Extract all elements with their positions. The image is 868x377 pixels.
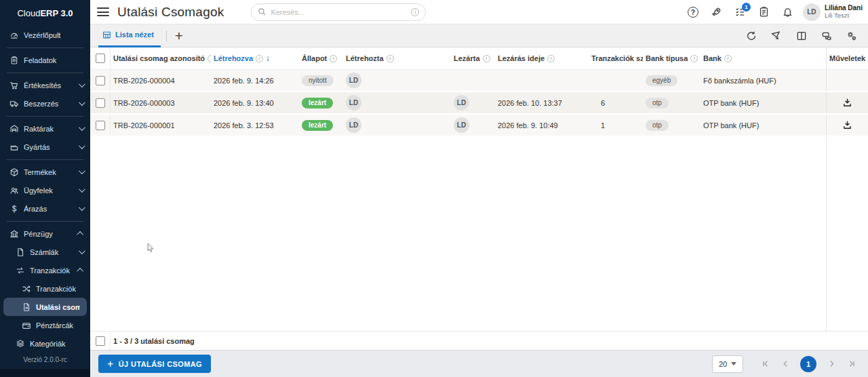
- footer-select-checkbox[interactable]: [96, 336, 105, 346]
- factory-icon: [9, 142, 19, 152]
- sidebar-item-label: Feladatok: [24, 56, 83, 64]
- download-icon[interactable]: [842, 97, 854, 109]
- tab-divider: [166, 31, 167, 41]
- sidebar-item-p-nz-gy[interactable]: Pénzügy: [0, 224, 90, 243]
- app-logo[interactable]: CloudERP 3.0: [0, 0, 90, 26]
- column-header-5[interactable]: Lezártai: [451, 54, 495, 62]
- refresh-icon[interactable]: [745, 29, 758, 43]
- app-window: CloudERP 3.0 VezérlőpultFeladatokÉrtékes…: [0, 0, 868, 377]
- first-page-button[interactable]: [760, 359, 770, 370]
- column-header-2[interactable]: Létrehozvai↓: [211, 54, 299, 63]
- sidebar-item-tranzakci-k[interactable]: Tranzakciók: [0, 279, 90, 298]
- topbar-icons: ? 1: [686, 5, 795, 19]
- new-transfer-package-button[interactable]: + ÚJ UTALÁSI CSOMAG: [98, 355, 211, 373]
- search-input[interactable]: [271, 8, 407, 16]
- actions-column-divider: [826, 137, 827, 331]
- column-header-7[interactable]: Tranzakciók száma: [589, 54, 643, 62]
- sidebar-divider: [7, 116, 83, 117]
- sidebar-divider: [7, 221, 83, 222]
- hierarchy-icon[interactable]: [820, 29, 833, 43]
- column-header-10[interactable]: Műveletek: [826, 47, 868, 69]
- creator-avatar: LD: [346, 95, 361, 111]
- sidebar-item-rakt-rak[interactable]: Raktárak: [0, 119, 90, 138]
- add-view-button[interactable]: +: [172, 28, 186, 43]
- prev-page-button[interactable]: [780, 359, 791, 370]
- sidebar-item-feladatok[interactable]: Feladatok: [0, 51, 90, 69]
- select-all-checkbox[interactable]: [96, 54, 105, 63]
- column-header-3[interactable]: Állapoti: [299, 54, 343, 62]
- row-checkbox[interactable]: [96, 76, 105, 85]
- sidebar-item--gyfelek[interactable]: Ügyfelek: [0, 181, 90, 199]
- sidebar-item-kateg-ri-k[interactable]: Kategóriák: [0, 334, 90, 352]
- search-bar[interactable]: i: [251, 3, 426, 21]
- row-checkbox[interactable]: [96, 98, 105, 108]
- pagination: 20 1: [712, 355, 857, 373]
- next-page-button[interactable]: [826, 359, 837, 370]
- mouse-cursor: [147, 243, 155, 253]
- table-row[interactable]: TRB-2026-0000032026 feb. 9. 13:40lezártL…: [90, 92, 868, 115]
- table-row[interactable]: TRB-2026-0000012026 feb. 3. 12:53lezártL…: [90, 115, 868, 137]
- tab-lista-nezet[interactable]: Lista nézet: [98, 24, 161, 47]
- menu-hamburger-icon[interactable]: [97, 7, 109, 16]
- settings-gears-icon[interactable]: [845, 29, 859, 43]
- sidebar-item-sz-ml-k[interactable]: Számlák: [0, 243, 90, 261]
- sidebar-item-utal-si-csomag[interactable]: Utalási csomag...: [3, 298, 87, 316]
- bank-type-badge: egyéb: [646, 75, 677, 86]
- column-header-1[interactable]: Utalási csomag azonosítói: [111, 54, 211, 62]
- sidebar-item-p-nzt-rc-k[interactable]: Pénztárcák: [0, 316, 90, 334]
- user-menu[interactable]: LD Liliána Dani Lili Teszt: [803, 3, 863, 21]
- chevron-down-icon: [79, 81, 85, 87]
- table-empty-area: [90, 137, 868, 331]
- cell-created-by: LD: [343, 95, 451, 111]
- shuffle-icon: [21, 283, 31, 294]
- sidebar-nav: VezérlőpultFeladatokÉrtékesítésBeszerzés…: [0, 26, 90, 352]
- search-info-icon[interactable]: i: [411, 8, 419, 16]
- status-badge: lezárt: [302, 120, 333, 131]
- chevron-down-icon: [731, 362, 736, 365]
- sidebar-item-label: Raktárak: [24, 125, 74, 133]
- sidebar-item-tranzakci-k[interactable]: Tranzakciók: [0, 261, 90, 279]
- chevron-down-icon: [79, 167, 85, 174]
- sidebar-item--raz-s[interactable]: Árazás: [0, 199, 90, 218]
- column-header-6[interactable]: Lezárás idejei: [495, 54, 589, 62]
- cell-package-id: TRB-2026-000001: [111, 121, 211, 130]
- sidebar-divider: [7, 47, 83, 48]
- table-view-icon: [102, 31, 111, 39]
- download-icon[interactable]: [842, 119, 854, 132]
- sidebar: CloudERP 3.0 VezérlőpultFeladatokÉrtékes…: [0, 0, 90, 377]
- sidebar-item-beszerz-s[interactable]: Beszerzés: [0, 94, 90, 113]
- sidebar-item-term-kek[interactable]: Termékek: [0, 163, 90, 181]
- cell-bank-type: otp: [643, 98, 701, 108]
- sidebar-item-gy-rt-s[interactable]: Gyártás: [0, 138, 90, 156]
- page-size-select[interactable]: 20: [712, 355, 743, 373]
- view-tabs-bar: Lista nézet +: [90, 24, 868, 47]
- column-header-4[interactable]: Létrehoztai: [343, 54, 451, 62]
- plus-icon: +: [107, 358, 114, 370]
- table-body: TRB-2026-0000042026 feb. 9. 14:26nyitott…: [90, 70, 868, 137]
- todo-list-icon[interactable]: 1: [734, 5, 747, 19]
- sidebar-item--rt-kes-t-s[interactable]: Értékesítés: [0, 76, 90, 94]
- help-icon[interactable]: ?: [686, 5, 700, 19]
- creator-avatar: LD: [346, 117, 361, 133]
- sidebar-item-label: Kategóriák: [30, 340, 83, 348]
- row-checkbox[interactable]: [96, 121, 105, 130]
- table-row[interactable]: TRB-2026-0000042026 feb. 9. 14:26nyitott…: [90, 70, 868, 92]
- sidebar-divider: [7, 73, 83, 73]
- columns-icon[interactable]: [795, 29, 808, 43]
- products-icon: [9, 167, 19, 177]
- sidebar-item-vez-rl-pult[interactable]: Vezérlőpult: [0, 26, 90, 44]
- column-header-8[interactable]: Bank típusai: [643, 54, 701, 62]
- cell-closed-at: 2026 feb. 10. 13:37: [495, 99, 589, 107]
- rocket-icon[interactable]: [710, 5, 724, 19]
- bell-icon[interactable]: [781, 5, 795, 19]
- column-header-9[interactable]: Banki: [701, 54, 826, 62]
- clipboard-icon[interactable]: [757, 5, 771, 19]
- version-label: Verzió 2.0.0-rc: [0, 352, 90, 369]
- sort-desc-icon: ↓: [266, 54, 270, 63]
- search-icon: [258, 7, 267, 16]
- last-page-button[interactable]: [846, 359, 857, 370]
- cell-tx-count: 1: [589, 121, 643, 130]
- table-toolbar: [745, 29, 859, 43]
- current-page-button[interactable]: 1: [800, 356, 816, 372]
- filter-icon[interactable]: [768, 27, 785, 43]
